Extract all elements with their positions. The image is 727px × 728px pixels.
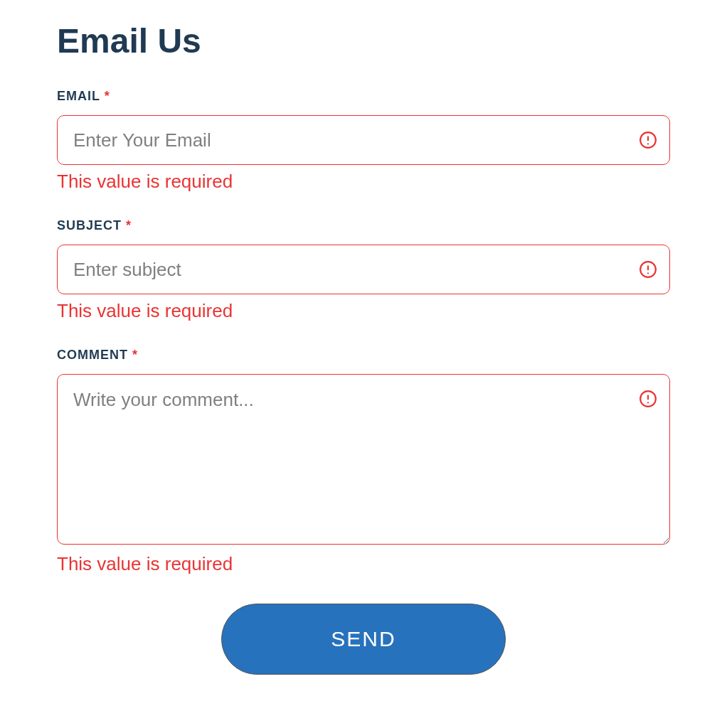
subject-label: SUBJECT * — [57, 218, 670, 233]
svg-point-5 — [647, 272, 649, 274]
svg-point-8 — [647, 402, 649, 403]
subject-error-message: This value is required — [57, 300, 670, 322]
subject-group: SUBJECT * This value is required — [57, 218, 670, 322]
alert-circle-icon — [639, 390, 657, 408]
subject-label-text: SUBJECT — [57, 218, 122, 232]
alert-circle-icon — [639, 131, 657, 149]
email-group: EMAIL * This value is required — [57, 89, 670, 193]
comment-label: COMMENT * — [57, 348, 670, 363]
email-input[interactable] — [57, 115, 670, 165]
submit-row: SEND — [57, 604, 670, 675]
alert-circle-icon — [639, 260, 657, 279]
email-label-text: EMAIL — [57, 89, 100, 103]
email-input-wrapper — [57, 115, 670, 165]
comment-label-text: COMMENT — [57, 348, 128, 362]
email-label: EMAIL * — [57, 89, 670, 104]
contact-form: EMAIL * This value is required SUBJECT * — [57, 89, 670, 675]
page-title: Email Us — [57, 21, 670, 60]
required-mark: * — [126, 218, 132, 232]
send-button[interactable]: SEND — [221, 604, 506, 675]
comment-textarea[interactable] — [57, 374, 670, 545]
comment-group: COMMENT * This value is required — [57, 348, 670, 575]
comment-input-wrapper — [57, 374, 670, 547]
svg-point-2 — [647, 143, 649, 144]
subject-input[interactable] — [57, 245, 670, 294]
email-error-message: This value is required — [57, 171, 670, 193]
comment-error-message: This value is required — [57, 553, 670, 575]
required-mark: * — [105, 89, 110, 103]
required-mark: * — [132, 348, 138, 362]
subject-input-wrapper — [57, 245, 670, 294]
